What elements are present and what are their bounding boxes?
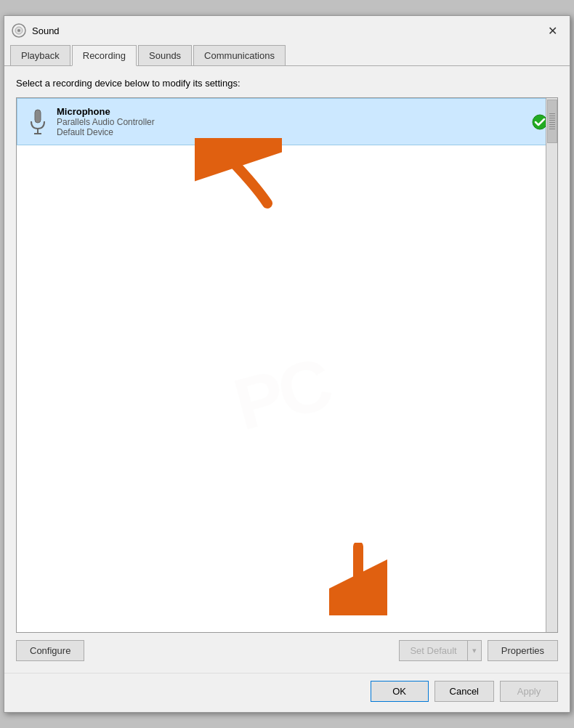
device-controller: Parallels Audio Controller xyxy=(57,117,525,127)
instruction-text: Select a recording device below to modif… xyxy=(16,78,558,89)
annotation-arrow-down xyxy=(329,543,387,618)
tab-communications[interactable]: Communications xyxy=(193,45,286,65)
ok-button[interactable]: OK xyxy=(371,681,429,702)
watermark: PC xyxy=(17,156,546,632)
scrollbar-thumb[interactable] xyxy=(547,100,557,143)
device-info: Microphone Parallels Audio Controller De… xyxy=(57,106,525,137)
microphone-device-icon xyxy=(26,108,49,137)
svg-point-2 xyxy=(17,29,20,32)
device-name: Microphone xyxy=(57,106,525,117)
device-item-microphone[interactable]: Microphone Parallels Audio Controller De… xyxy=(17,98,557,145)
apply-button[interactable]: Apply xyxy=(500,681,558,702)
tab-playback[interactable]: Playback xyxy=(10,45,70,65)
sound-icon xyxy=(12,23,26,38)
annotation-arrow-up xyxy=(195,138,282,213)
svg-rect-3 xyxy=(35,110,41,123)
device-status: Default Device xyxy=(57,127,525,137)
tab-bar: Playback Recording Sounds Communications xyxy=(4,42,570,66)
scrollbar[interactable] xyxy=(546,98,557,632)
tab-content: Select a recording device below to modif… xyxy=(4,66,570,673)
set-default-group: Set Default ▾ xyxy=(399,640,481,661)
device-button-row: Configure Set Default ▾ Properties xyxy=(16,633,558,667)
title-bar: Sound ✕ xyxy=(4,16,570,42)
set-default-dropdown[interactable]: ▾ xyxy=(467,640,482,661)
properties-button[interactable]: Properties xyxy=(488,640,558,661)
close-button[interactable]: ✕ xyxy=(542,22,562,39)
tab-sounds[interactable]: Sounds xyxy=(138,45,192,65)
sound-dialog: Sound ✕ Playback Recording Sounds Commun… xyxy=(4,15,570,713)
window-title: Sound xyxy=(32,25,536,36)
tab-recording[interactable]: Recording xyxy=(72,45,137,66)
device-list[interactable]: Microphone Parallels Audio Controller De… xyxy=(16,97,558,633)
bottom-bar: OK Cancel Apply xyxy=(4,673,570,712)
set-default-button[interactable]: Set Default xyxy=(399,640,466,661)
configure-button[interactable]: Configure xyxy=(16,640,84,661)
cancel-button[interactable]: Cancel xyxy=(434,681,494,702)
